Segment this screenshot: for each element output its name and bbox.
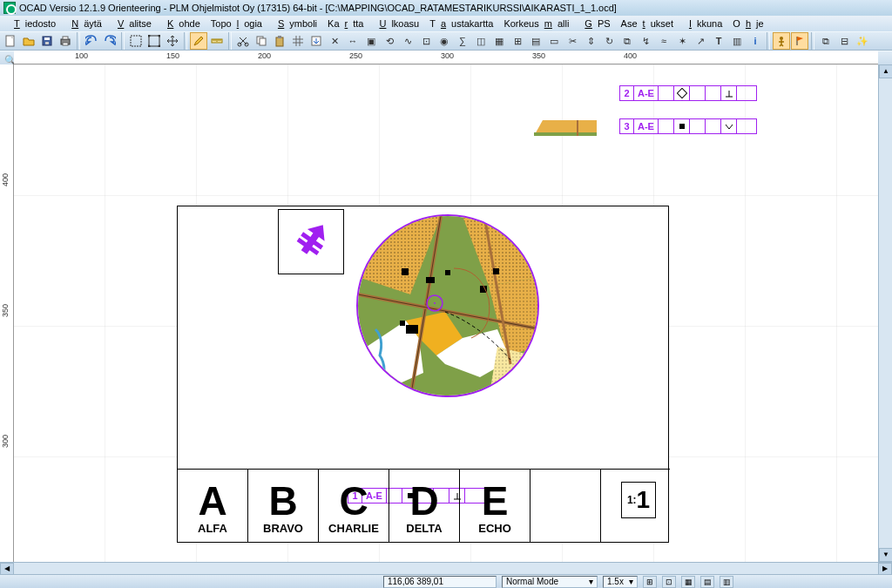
svg-rect-40 xyxy=(677,88,686,98)
tool-g16[interactable]: ↻ xyxy=(600,32,618,50)
map-canvas[interactable]: 2 A-E 3 A-E xyxy=(14,64,878,562)
toolbar-separator xyxy=(811,32,814,50)
scroll-left-icon[interactable]: ◀ xyxy=(0,563,14,575)
scroll-up-icon[interactable]: ▲ xyxy=(879,64,892,78)
tool-g6[interactable]: ⊡ xyxy=(417,32,435,50)
redo-icon[interactable] xyxy=(101,32,118,50)
tool-g15[interactable]: ⇕ xyxy=(582,32,599,50)
status-btn-4[interactable]: ▤ xyxy=(700,576,714,588)
north-arrow xyxy=(278,209,344,274)
status-btn-3[interactable]: ▦ xyxy=(681,576,695,588)
tool-g13[interactable]: ▭ xyxy=(545,32,563,50)
control-row-3: 3 A-E xyxy=(619,118,757,134)
menu-symboli[interactable]: Symboli xyxy=(267,17,322,30)
ruler-icon[interactable] xyxy=(208,32,226,50)
zoom-window-icon[interactable] xyxy=(127,32,145,50)
menu-topologia[interactable]: Topologia xyxy=(206,17,267,30)
menu-tiedosto[interactable]: TieTiedostodosto xyxy=(3,17,61,30)
undo-icon[interactable] xyxy=(83,32,100,50)
svg-rect-6 xyxy=(63,43,68,45)
menu-taustakartta[interactable]: Taustakartta xyxy=(424,17,498,30)
tool-g12[interactable]: ▤ xyxy=(527,32,544,50)
svg-rect-43 xyxy=(679,124,685,129)
svg-point-70 xyxy=(434,302,436,304)
scroll-right-icon[interactable]: ▶ xyxy=(878,563,892,575)
menu-kartta[interactable]: Kartta xyxy=(322,17,368,30)
tool-g5[interactable]: ∿ xyxy=(399,32,416,50)
svg-rect-63 xyxy=(426,277,435,283)
select-all-icon[interactable] xyxy=(145,32,163,50)
status-mode-select[interactable]: Normal Mode▾ xyxy=(502,576,598,588)
status-bar: 116,06 389,01 Normal Mode▾ 1.5x▾ ⊞ ⊡ ▦ ▤… xyxy=(0,574,892,588)
menu-ohje[interactable]: Ohje xyxy=(727,17,768,30)
menu-ulkoasu[interactable]: Ulkoasu xyxy=(368,17,424,30)
code-cell-c: CCHARLIE xyxy=(319,470,389,542)
status-zoom[interactable]: 1.5x▾ xyxy=(603,576,638,588)
menu-valitse[interactable]: Valitse xyxy=(107,17,157,30)
tool-g21[interactable]: ↗ xyxy=(692,32,709,50)
svg-point-12 xyxy=(159,45,161,48)
tool-align[interactable]: ⊟ xyxy=(835,32,853,50)
save-file-icon[interactable] xyxy=(38,32,56,50)
svg-point-10 xyxy=(159,35,161,37)
menu-kohde[interactable]: Kohde xyxy=(157,17,206,30)
menu-gps[interactable]: GPS xyxy=(574,17,615,30)
svg-point-11 xyxy=(148,45,151,48)
tool-g17[interactable]: ⧉ xyxy=(618,32,636,50)
tool-g4[interactable]: ⟲ xyxy=(381,32,398,50)
status-btn-2[interactable]: ⊡ xyxy=(662,576,676,588)
tool-g11[interactable]: ⊞ xyxy=(509,32,526,50)
tool-g2[interactable]: ↔ xyxy=(344,32,362,50)
svg-rect-38 xyxy=(534,132,597,136)
grid-icon[interactable] xyxy=(289,32,307,50)
tool-info[interactable]: i xyxy=(747,32,764,50)
toolbar-separator xyxy=(121,32,125,50)
code-cell-d: DDELTA xyxy=(389,470,460,542)
copy-icon[interactable] xyxy=(253,32,270,50)
tool-g23[interactable]: ▥ xyxy=(728,32,746,50)
menu-asetukset[interactable]: Asetukset xyxy=(616,17,679,30)
tool-g3[interactable]: ▣ xyxy=(362,32,380,50)
edit-icon[interactable] xyxy=(190,32,207,50)
tool-g7[interactable]: ◉ xyxy=(436,32,453,50)
tool-highlight[interactable]: ✨ xyxy=(854,32,871,50)
svg-point-9 xyxy=(148,35,151,37)
tool-person[interactable] xyxy=(773,32,790,50)
codes-row: AALFA BBRAVO CCHARLIE DDELTA EECHO xyxy=(178,469,670,542)
scroll-down-icon[interactable]: ▼ xyxy=(879,548,892,562)
tool-text-t[interactable]: T xyxy=(710,32,727,50)
status-btn-1[interactable]: ⊞ xyxy=(643,576,657,588)
import-icon[interactable] xyxy=(307,32,325,50)
menu-korkeusmalli[interactable]: Korkeusmalli xyxy=(498,17,574,30)
menu-nayta[interactable]: Näytä xyxy=(61,17,107,30)
new-file-icon[interactable] xyxy=(2,32,19,50)
svg-rect-22 xyxy=(260,38,266,45)
paste-icon[interactable] xyxy=(271,32,288,50)
tool-g14[interactable]: ✂ xyxy=(564,32,581,50)
tool-g19[interactable]: ≈ xyxy=(655,32,672,50)
move-icon[interactable] xyxy=(164,32,181,50)
control-row-2: 2 A-E xyxy=(619,85,757,101)
tool-g18[interactable]: ↯ xyxy=(637,32,654,50)
open-file-icon[interactable] xyxy=(20,32,37,50)
status-btn-5[interactable]: ▥ xyxy=(720,576,733,588)
svg-rect-67 xyxy=(406,325,418,334)
code-cell-b: BBRAVO xyxy=(248,470,319,542)
tool-g9[interactable]: ◫ xyxy=(472,32,490,50)
tool-g10[interactable]: ▦ xyxy=(490,32,508,50)
cut-icon[interactable] xyxy=(234,32,252,50)
tool-flag[interactable] xyxy=(791,32,808,50)
menu-ikkuna[interactable]: Ikkuna xyxy=(679,17,727,30)
tool-g20[interactable]: ✶ xyxy=(673,32,691,50)
svg-rect-24 xyxy=(278,36,281,38)
tool-duplicate[interactable]: ⧉ xyxy=(817,32,835,50)
svg-rect-66 xyxy=(493,268,499,274)
tool-g1[interactable]: ✕ xyxy=(326,32,343,50)
svg-rect-68 xyxy=(400,321,405,326)
toolbar-separator xyxy=(184,32,187,50)
scrollbar-horizontal[interactable]: ◀ ▶ xyxy=(0,562,892,574)
print-icon[interactable] xyxy=(57,32,74,50)
tool-g8[interactable]: ∑ xyxy=(454,32,471,50)
scrollbar-vertical[interactable]: ▲ ▼ xyxy=(878,64,892,562)
code-cell-a: AALFA xyxy=(178,470,248,542)
